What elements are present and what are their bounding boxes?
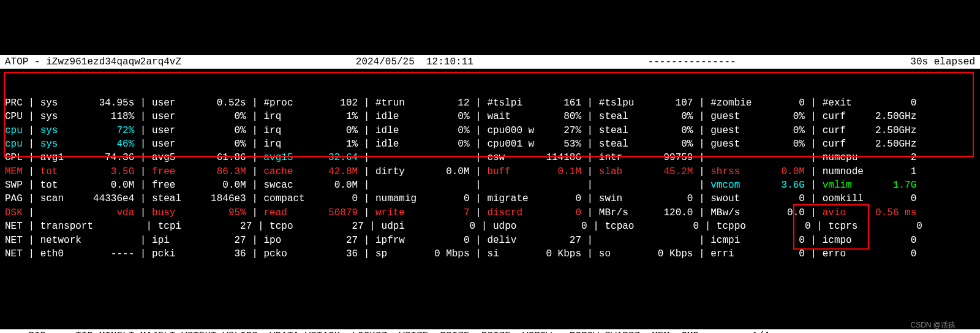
- cell-val: 0.0M: [87, 180, 134, 191]
- cell-val: 0%: [646, 111, 693, 122]
- cell-key: steal: [599, 125, 646, 136]
- cell-key: swcac: [264, 180, 311, 191]
- cell-val: 3.5G: [87, 166, 134, 177]
- cell-val: 1: [870, 166, 917, 177]
- cell-val: 74.36: [87, 152, 134, 163]
- cell-key: cpu001 w: [487, 139, 534, 150]
- cell-val: 2: [870, 152, 917, 163]
- cell-val: 0 Kbps: [534, 248, 581, 259]
- cell-val: 120.0: [646, 207, 693, 218]
- cell-key: discrd: [487, 207, 534, 218]
- cell-val: 99759: [646, 152, 693, 163]
- sys-row-cpu: cpu | sys 46% | user 0% | irq 1% | idle …: [0, 137, 980, 151]
- cell-key: si: [487, 248, 534, 259]
- header-title: ATOP - iZwz961ezd34qaqw2arq4vZ: [5, 55, 181, 69]
- cell-key: pcki: [152, 248, 199, 259]
- cell-key: [599, 180, 646, 191]
- cell-val: 86.3M: [199, 166, 246, 177]
- row-label: cpu: [5, 139, 23, 150]
- cell-key: avg1: [40, 152, 88, 163]
- cell-key: #tslpi: [487, 98, 534, 109]
- cell-val: 27%: [534, 125, 581, 136]
- cell-val: [646, 180, 693, 191]
- cell-val: 107: [646, 98, 693, 109]
- cell-val: [87, 235, 134, 246]
- cell-key: read: [264, 207, 311, 218]
- cell-val: 0: [540, 221, 587, 232]
- cell-key: sys: [40, 98, 88, 109]
- cell-key: erro: [823, 248, 870, 259]
- cell-val: 32.64: [311, 152, 358, 163]
- cell-val: 0%: [758, 111, 805, 122]
- header-elapsed: 30s elapsed: [910, 55, 975, 69]
- cell-val: vda: [87, 207, 134, 218]
- cell-key: swin: [599, 193, 646, 204]
- cell-val: 36: [311, 248, 358, 259]
- cell-val: 1%: [311, 111, 358, 122]
- sys-row-net: NET | network | ipi 27 | ipo 27 | ipfrw …: [0, 234, 980, 247]
- cell-key: udpi: [382, 221, 429, 232]
- cell-val: 1.7G: [870, 180, 917, 191]
- cell-val: 27: [534, 235, 581, 246]
- cell-val: 12: [423, 98, 470, 109]
- cell-key: [487, 180, 534, 191]
- cell-val: 36: [199, 248, 246, 259]
- cell-key: curf: [823, 139, 870, 150]
- cell-val: 0: [870, 98, 917, 109]
- cell-key: buff: [487, 166, 534, 177]
- process-column-header: PID TID MINFLT MAJFLT VSTEXT VSLIBS VDAT…: [0, 329, 980, 333]
- cell-key: busy: [152, 207, 199, 218]
- cell-key: eth0: [40, 248, 88, 259]
- cell-key: ipo: [264, 235, 311, 246]
- cell-val: [423, 180, 470, 191]
- cell-val: [646, 235, 693, 246]
- sys-row-net: NET | eth0 ---- | pcki 36 | pcko 36 | sp…: [0, 247, 980, 261]
- system-stats: PRC | sys 34.95s | user 0.52s | #proc 10…: [0, 96, 980, 261]
- cell-key: tot: [40, 180, 88, 191]
- cell-val: 0%: [758, 139, 805, 150]
- cell-key: csw: [487, 152, 534, 163]
- cell-val: 27: [205, 221, 252, 232]
- cell-key: MBw/s: [710, 207, 758, 218]
- cell-key: tcpo: [270, 221, 317, 232]
- cell-key: curf: [823, 125, 870, 136]
- cell-key: compact: [264, 193, 311, 204]
- cell-key: avio: [823, 207, 870, 218]
- cell-val: 102: [311, 98, 358, 109]
- cell-val: 0.0M: [311, 180, 358, 191]
- cell-val: 0.56 ms: [870, 207, 917, 218]
- cell-key: idle: [375, 139, 423, 150]
- cell-key: numnode: [823, 166, 870, 177]
- cell-key: user: [152, 111, 199, 122]
- cell-key: steal: [152, 193, 199, 204]
- cell-key: guest: [710, 125, 758, 136]
- cell-val: 95%: [199, 207, 246, 218]
- cell-key: [375, 180, 423, 191]
- cell-val: 0%: [646, 139, 693, 150]
- cell-key: oomkill: [823, 193, 870, 204]
- cell-val: 27: [317, 221, 364, 232]
- row-label: SWP: [5, 180, 23, 191]
- cell-key: vmcom: [710, 180, 758, 191]
- cell-key: pcko: [264, 248, 311, 259]
- cell-key: sys: [40, 111, 88, 122]
- cell-key: #exit: [823, 98, 870, 109]
- cell-val: 0: [428, 221, 475, 232]
- cell-key: so: [599, 248, 646, 259]
- cell-val: 80%: [534, 111, 581, 122]
- cell-key: shrss: [710, 166, 758, 177]
- cell-val: 0.0M: [758, 166, 805, 177]
- cell-key: slab: [599, 166, 646, 177]
- header-dashes: ---------------: [648, 55, 736, 69]
- cell-key: [599, 235, 646, 246]
- cell-val: 0%: [423, 125, 470, 136]
- cell-val: 0: [646, 193, 693, 204]
- cell-key: guest: [710, 111, 758, 122]
- cell-val: 0: [534, 193, 581, 204]
- cell-key: dirty: [375, 166, 423, 177]
- cell-key: cache: [264, 166, 311, 177]
- cell-key: curf: [823, 111, 870, 122]
- cell-val: 61.86: [199, 152, 246, 163]
- cell-key: tcprs: [828, 221, 875, 232]
- cell-key: numamig: [375, 193, 423, 204]
